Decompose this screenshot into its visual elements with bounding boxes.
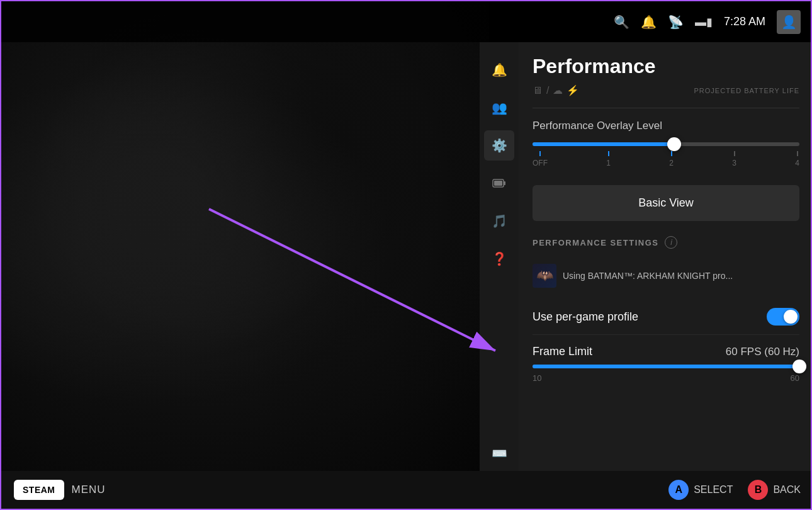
frame-min-label: 10 <box>533 373 541 383</box>
frame-slider-labels: 10 60 <box>533 373 799 383</box>
svg-rect-1 <box>504 181 505 185</box>
tick-2: 2 <box>669 151 674 167</box>
per-game-profile-row[interactable]: Use per-game profile <box>533 299 799 335</box>
overlay-slider-track <box>533 142 799 146</box>
sidebar-item-help[interactable]: ❓ <box>484 244 514 274</box>
frame-slider-fill <box>533 365 799 368</box>
overlay-slider-thumb[interactable] <box>667 137 681 151</box>
info-icon[interactable]: i <box>665 236 677 249</box>
tick-3: 3 <box>732 151 736 167</box>
frame-slider-thumb[interactable] <box>792 360 806 373</box>
sidebar-item-battery[interactable] <box>484 168 514 198</box>
frame-limit-value: 60 FPS (60 Hz) <box>726 346 799 358</box>
frame-max-label: 60 <box>791 373 799 383</box>
wifi-icon: 📡 <box>668 14 684 30</box>
sidebar-item-music[interactable]: 🎵 <box>484 206 514 236</box>
divider-1 <box>533 108 799 108</box>
avatar[interactable]: 👤 <box>777 10 801 34</box>
svg-rect-2 <box>494 181 502 186</box>
frame-limit-label: Frame Limit <box>533 345 592 358</box>
overlay-section-label: Performance Overlay Level <box>533 120 799 132</box>
bell-icon[interactable]: 🔔 <box>641 14 657 30</box>
search-icon[interactable]: 🔍 <box>614 14 629 30</box>
game-background <box>1 1 489 473</box>
per-game-profile-toggle[interactable] <box>767 308 799 326</box>
bottom-bar: STEAM MENU A SELECT B BACK <box>1 471 812 509</box>
battery-icons: 🖥 / ☁ ⚡ <box>533 84 579 96</box>
right-panel: Performance 🖥 / ☁ ⚡ PROJECTED BATTERY LI… <box>519 42 812 473</box>
per-game-profile-label: Use per-game profile <box>533 310 638 324</box>
frame-limit-row: Frame Limit 60 FPS (60 Hz) <box>533 335 799 365</box>
cloud-icon: ☁ <box>553 84 563 96</box>
back-action: B BACK <box>748 480 801 500</box>
game-profile-text: Using BATMAN™: ARKHAM KNIGHT pro... <box>563 271 799 281</box>
sidebar-item-friends[interactable]: 👥 <box>484 93 514 123</box>
sidebar-item-keyboard[interactable]: ⌨️ <box>484 438 514 468</box>
batman-logo: 🦇 <box>533 264 556 288</box>
performance-settings-header: PERFORMANCE SETTINGS i <box>533 236 799 249</box>
status-bar: 🔍 🔔 📡 ▬▮ 7:28 AM 👤 <box>0 1 811 42</box>
lightning-icon: ⚡ <box>567 84 579 96</box>
game-profile-row: 🦇 Using BATMAN™: ARKHAM KNIGHT pro... <box>533 258 799 294</box>
steam-button[interactable]: STEAM <box>14 480 64 500</box>
tick-1: 1 <box>606 151 611 167</box>
toggle-knob <box>784 310 798 324</box>
basic-view-button[interactable]: Basic View <box>533 185 799 221</box>
game-icon: 🦇 <box>533 264 556 288</box>
overlay-slider-fill <box>533 142 674 146</box>
clock: 7:28 AM <box>724 15 765 28</box>
tick-4: 4 <box>795 151 799 167</box>
bottom-right-controls: A SELECT B BACK <box>668 480 801 500</box>
tick-off: OFF <box>533 151 548 167</box>
back-label: BACK <box>773 484 801 496</box>
sidebar: 🔔 👥 ⚙️ 🎵 ❓ ⌨️ <box>480 42 519 473</box>
overlay-slider-container[interactable]: OFF 1 2 3 4 <box>533 142 799 167</box>
b-button[interactable]: B <box>748 480 768 500</box>
frame-limit-slider-container[interactable]: 10 60 <box>533 365 799 383</box>
sidebar-item-settings[interactable]: ⚙️ <box>484 130 514 161</box>
select-label: SELECT <box>694 484 733 496</box>
frame-slider-track <box>533 365 799 368</box>
panel-title: Performance <box>533 55 799 78</box>
menu-label: MENU <box>72 484 106 496</box>
performance-settings-title: PERFORMANCE SETTINGS <box>533 238 658 247</box>
select-action: A SELECT <box>668 480 733 500</box>
overlay-slider-ticks: OFF 1 2 3 4 <box>533 151 799 167</box>
a-button[interactable]: A <box>668 480 689 500</box>
projected-battery-label: PROJECTED BATTERY LIFE <box>694 87 799 94</box>
slash-icon: / <box>546 85 549 96</box>
battery-row: 🖥 / ☁ ⚡ PROJECTED BATTERY LIFE <box>533 84 799 96</box>
monitor-icon: 🖥 <box>533 85 543 96</box>
sidebar-item-notifications[interactable]: 🔔 <box>484 55 514 85</box>
battery-icon: ▬▮ <box>695 15 713 29</box>
